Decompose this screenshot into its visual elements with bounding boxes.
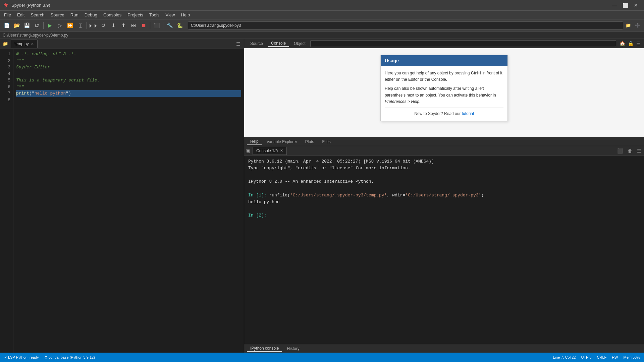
- console-interrupt-button[interactable]: ⬛: [616, 147, 624, 154]
- menu-search[interactable]: Search: [28, 12, 47, 18]
- open-file-button[interactable]: 📂: [12, 21, 21, 30]
- code-line-3: Spyder Editor: [16, 64, 241, 71]
- tutorial-link[interactable]: tutorial: [462, 111, 474, 116]
- editor-tab-name: temp.py: [14, 42, 29, 46]
- reset-button[interactable]: ↺: [99, 21, 108, 30]
- console-tab-name: Console 1/A: [256, 148, 278, 153]
- console-line-6: In [1]: runfile('C:/Users/strang/.spyder…: [248, 192, 640, 199]
- continue-button[interactable]: ⏵⏵: [89, 21, 98, 30]
- menu-view[interactable]: View: [163, 12, 177, 18]
- line-num-2: 2: [1, 58, 10, 64]
- save-file-button[interactable]: 💾: [22, 21, 32, 30]
- code-line-5: This is a temporary script file.: [16, 77, 241, 84]
- console-line-3: [248, 172, 640, 178]
- conda-text: conda: base (Python 3.9.12): [49, 355, 95, 359]
- menu-run[interactable]: Run: [68, 12, 81, 18]
- menu-consoles[interactable]: Consoles: [101, 12, 124, 18]
- console-restart-button[interactable]: 🗑: [626, 147, 634, 154]
- menu-file[interactable]: File: [1, 12, 14, 18]
- editor-pane: 📁 temp.py ✕ ☰ 1 2 3 4 5 6 7 8 # -*- codi…: [0, 39, 244, 353]
- python-button[interactable]: 🐍: [175, 21, 184, 30]
- editor-tab-close[interactable]: ✕: [31, 42, 34, 46]
- toolbar-path-expand[interactable]: ➕: [633, 21, 642, 30]
- run-cell-button[interactable]: ▷: [55, 21, 65, 30]
- console-bottom-tab-history[interactable]: History: [283, 346, 303, 352]
- usage-text-1: Here you can get help of any object by p…: [385, 70, 503, 83]
- help-tab-controls: 🏠 🔒 ☰: [619, 40, 641, 47]
- right-panel: Source Console Object 🏠 🔒 ☰ Usage Here y…: [244, 39, 644, 353]
- help-home-button[interactable]: 🏠: [619, 40, 626, 47]
- line-num-4: 4: [1, 71, 10, 77]
- help-bottom-tabs: Help Variable Explorer Plots Files: [244, 137, 644, 146]
- status-bar: ✓ LSP Python: ready ⚙ conda: base (Pytho…: [0, 353, 644, 362]
- console-line-9: In [2]:: [248, 212, 640, 219]
- editor-folder-icon[interactable]: 📁: [1, 41, 9, 46]
- cursor-button[interactable]: ⌶: [75, 21, 85, 30]
- usage-box: Usage Here you can get help of any objec…: [380, 55, 508, 121]
- console-bottom-tab-ipython[interactable]: IPython console: [247, 345, 282, 352]
- console-tab-close[interactable]: ✕: [280, 148, 283, 153]
- preferences-button[interactable]: 🔧: [165, 21, 174, 30]
- minimize-button[interactable]: —: [610, 1, 619, 10]
- run-cell-advance-button[interactable]: ⏩: [65, 21, 75, 30]
- toolbar-sep-2: [87, 22, 87, 29]
- menu-debug[interactable]: Debug: [82, 12, 100, 18]
- help-object-input[interactable]: [310, 40, 616, 47]
- help-tab-source[interactable]: Source: [247, 41, 266, 47]
- editor-tab-menu[interactable]: ☰: [234, 41, 243, 47]
- help-tab-files[interactable]: Files: [319, 139, 334, 145]
- help-panel: Source Console Object 🏠 🔒 ☰ Usage Here y…: [244, 39, 644, 146]
- console-options-button[interactable]: ☰: [636, 147, 643, 154]
- lsp-icon: ✓: [4, 355, 7, 359]
- window-title: Spyder (Python 3.9): [11, 3, 50, 8]
- help-tab-bar: Source Console Object 🏠 🔒 ☰: [244, 39, 644, 48]
- help-tab-help[interactable]: Help: [247, 138, 262, 145]
- console-line-1: Python 3.9.12 (main, Apr 4 2022, 05:22:2…: [248, 158, 640, 165]
- run-button[interactable]: ▶: [45, 21, 55, 30]
- stop-button[interactable]: ⏹: [139, 21, 148, 30]
- toolbar: 📄 📂 💾 🗂 ▶ ▷ ⏩ ⌶ ⏵⏵ ↺ ⬇ ⬆ ⏭ ⏹ ⬛ 🔧 🐍 C:\Us…: [0, 19, 644, 32]
- layout-button[interactable]: ⬛: [152, 21, 161, 30]
- console-panel-icon[interactable]: ▣: [246, 148, 250, 154]
- console-panel: ▣ Console 1/A ✕ ⬛ 🗑 ☰ Python 3.9.12 (mai…: [244, 146, 644, 353]
- status-position: Line 7, Col 22: [553, 355, 576, 359]
- console-content[interactable]: Python 3.9.12 (main, Apr 4 2022, 05:22:2…: [244, 156, 644, 344]
- breadcrumb-text: C:\Users\strang\.spyder-py3\temp.py: [3, 33, 68, 38]
- menu-edit[interactable]: Edit: [14, 12, 27, 18]
- usage-title: Usage: [381, 55, 507, 66]
- new-file-button[interactable]: 📄: [2, 21, 11, 30]
- console-panel-controls: ⬛ 🗑 ☰: [616, 147, 643, 154]
- menu-help[interactable]: Help: [178, 12, 193, 18]
- main-content: 📁 temp.py ✕ ☰ 1 2 3 4 5 6 7 8 # -*- codi…: [0, 39, 644, 353]
- help-tab-variable-explorer[interactable]: Variable Explorer: [263, 139, 301, 145]
- help-tab-object[interactable]: Object: [290, 41, 309, 47]
- toolbar-path-browse[interactable]: 📁: [624, 21, 633, 30]
- code-line-6: """: [16, 84, 241, 90]
- status-rw: RW: [612, 355, 618, 359]
- menu-projects[interactable]: Projects: [125, 12, 146, 18]
- spyder-icon: 🕷: [3, 2, 9, 8]
- menu-tools[interactable]: Tools: [147, 12, 162, 18]
- menu-source[interactable]: Source: [48, 12, 67, 18]
- step-out-button[interactable]: ⬆: [119, 21, 128, 30]
- status-left: ✓ LSP Python: ready ⚙ conda: base (Pytho…: [4, 355, 95, 360]
- title-bar-controls: — ⬜ ✕: [610, 1, 641, 10]
- console-line-2: Type "copyright", "credits" or "license"…: [248, 165, 640, 172]
- toolbar-path-input: C:\Users\strang\.spyder-py3: [188, 21, 623, 29]
- conda-icon: ⚙: [44, 355, 48, 359]
- close-button[interactable]: ✕: [631, 1, 641, 10]
- code-content[interactable]: # -*- coding: utf-8 -*- """ Spyder Edito…: [13, 49, 244, 353]
- help-tab-console[interactable]: Console: [268, 40, 289, 47]
- step-over-button[interactable]: ⏭: [129, 21, 138, 30]
- save-all-button[interactable]: 🗂: [32, 21, 42, 30]
- usage-footer: New to Spyder? Read our tutorial: [385, 111, 503, 117]
- console-tab-1a[interactable]: Console 1/A ✕: [253, 147, 287, 155]
- console-line-5: [248, 185, 640, 192]
- help-tab-plots[interactable]: Plots: [302, 139, 318, 145]
- maximize-button[interactable]: ⬜: [621, 1, 630, 10]
- status-conda: ⚙ conda: base (Python 3.9.12): [44, 355, 95, 360]
- help-lock-button[interactable]: 🔒: [627, 40, 634, 47]
- editor-tab-temp-py[interactable]: temp.py ✕: [11, 40, 38, 48]
- step-into-button[interactable]: ⬇: [109, 21, 118, 30]
- help-menu-button[interactable]: ☰: [636, 40, 641, 47]
